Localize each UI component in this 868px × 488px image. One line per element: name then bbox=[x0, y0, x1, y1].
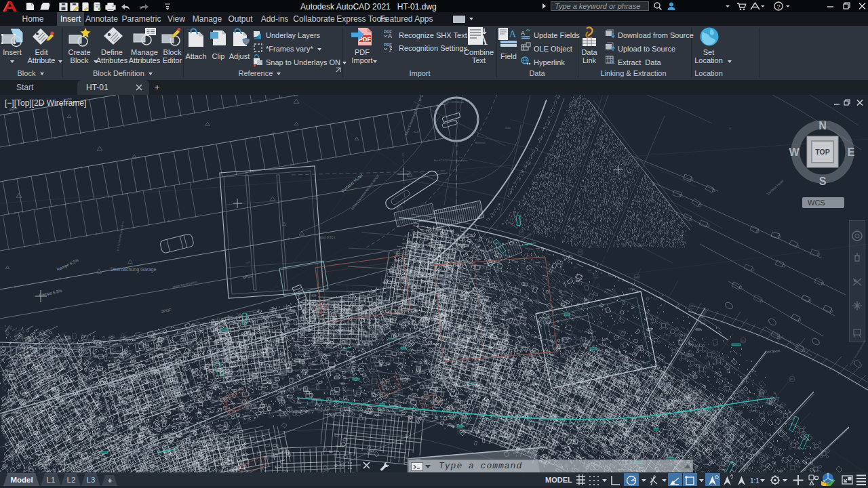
svg-text:S: S bbox=[819, 176, 827, 186]
svg-text:L1: L1 bbox=[47, 476, 56, 484]
svg-text:L3: L3 bbox=[87, 476, 96, 484]
svg-text:2PGF: 2PGF bbox=[161, 308, 172, 314]
svg-text:03: 03 bbox=[137, 397, 140, 400]
svg-text:071: 071 bbox=[437, 300, 441, 304]
svg-text:6500: 6500 bbox=[505, 127, 511, 129]
svg-text:TOP: TOP bbox=[815, 148, 829, 156]
svg-text:+: + bbox=[108, 476, 112, 485]
svg-text:509: 509 bbox=[635, 276, 639, 279]
svg-text:E: E bbox=[848, 146, 855, 158]
svg-text:?: ? bbox=[776, 3, 780, 10]
svg-text:7100: 7100 bbox=[245, 260, 251, 265]
svg-text:637: 637 bbox=[398, 207, 401, 210]
svg-text:N: N bbox=[818, 120, 827, 131]
svg-text:A: A bbox=[388, 33, 392, 39]
svg-text:Rampe 6,5%: Rampe 6,5% bbox=[56, 258, 80, 272]
svg-text:W: W bbox=[789, 146, 800, 158]
svg-text:41 PGF Verwaltungsstrasse: 41 PGF Verwaltungsstrasse bbox=[849, 340, 866, 367]
svg-text:940: 940 bbox=[741, 340, 745, 342]
svg-text:997: 997 bbox=[690, 305, 693, 308]
svg-text:1478: 1478 bbox=[80, 380, 85, 383]
svg-text:6255: 6255 bbox=[159, 392, 163, 394]
svg-text:13: 13 bbox=[380, 351, 383, 354]
svg-text:Vorfahrt Hotel: Vorfahrt Hotel bbox=[340, 173, 363, 194]
svg-text:62: 62 bbox=[729, 127, 732, 130]
svg-text:R=12: R=12 bbox=[414, 131, 420, 134]
svg-text:HT 21 Verkehrsgrundriss: HT 21 Verkehrsgrundriss bbox=[116, 221, 125, 251]
svg-text:Bus H.2 6/16 Wende: Bus H.2 6/16 Wende bbox=[442, 101, 464, 104]
svg-text:Überdachung Garage: Überdachung Garage bbox=[111, 267, 156, 272]
svg-text:47: 47 bbox=[685, 216, 688, 220]
svg-text:Vorfahrt Hotel: Vorfahrt Hotel bbox=[766, 179, 785, 196]
svg-text:Sput 0,91 t: Sput 0,91 t bbox=[319, 235, 336, 239]
svg-text:3PGF: 3PGF bbox=[242, 274, 254, 280]
svg-text:Mittelinsel: Mittelinsel bbox=[475, 142, 486, 144]
svg-text:807: 807 bbox=[578, 251, 582, 253]
svg-text:A: A bbox=[478, 33, 488, 47]
svg-text:Terrasse: Terrasse bbox=[764, 348, 781, 354]
svg-text:A: A bbox=[521, 30, 525, 37]
svg-text:532: 532 bbox=[519, 231, 523, 234]
svg-text:Rampe 6,5%: Rampe 6,5% bbox=[39, 289, 63, 298]
svg-text:keine Dauerparkpl.: keine Dauerparkpl. bbox=[172, 280, 198, 289]
svg-text:921: 921 bbox=[790, 378, 793, 381]
svg-text:keine Dauerparkplätze 10PGF: keine Dauerparkplätze 10PGF bbox=[403, 95, 425, 136]
svg-text:10: 10 bbox=[158, 420, 161, 422]
svg-text:83: 83 bbox=[21, 336, 24, 339]
svg-text:A: A bbox=[509, 28, 517, 39]
svg-text:731: 731 bbox=[459, 217, 462, 220]
svg-text:Bus H.2 6/16 Verkehrsgrundriss: Bus H.2 6/16 Verkehrsgrundriss bbox=[434, 159, 468, 162]
svg-text:L2: L2 bbox=[67, 476, 76, 484]
svg-text:86: 86 bbox=[33, 443, 36, 446]
svg-text:PDF: PDF bbox=[384, 43, 392, 47]
svg-text:7333: 7333 bbox=[87, 380, 92, 382]
svg-text:0399: 0399 bbox=[130, 434, 134, 436]
svg-text:1:1: 1:1 bbox=[750, 477, 760, 485]
svg-text:Model: Model bbox=[10, 476, 33, 484]
svg-text:712: 712 bbox=[574, 266, 578, 270]
